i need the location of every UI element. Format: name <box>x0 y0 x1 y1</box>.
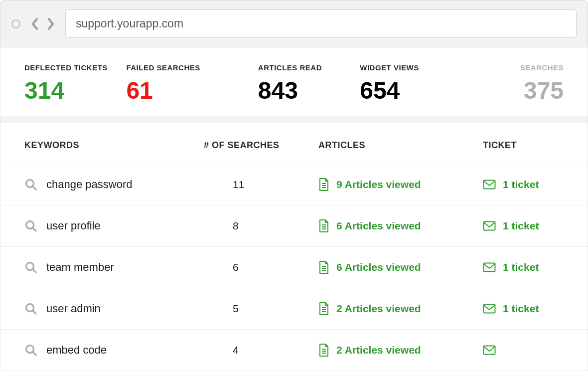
articles-cell[interactable]: 6 Articles viewed <box>318 261 483 274</box>
header-ticket: TICKET <box>483 140 564 151</box>
forward-button[interactable] <box>45 18 56 29</box>
keyword-cell: team member <box>24 261 204 274</box>
articles-text: 6 Articles viewed <box>336 261 421 273</box>
stats-bar: DEFLECTED TICKETS314FAILED SEARCHES61ART… <box>0 47 588 116</box>
document-icon <box>318 178 329 191</box>
stat-label: ARTICLES READ <box>258 63 360 72</box>
stat-value: 61 <box>126 79 228 103</box>
articles-text: 2 Articles viewed <box>336 303 421 315</box>
stat-label: WIDGET VIEWS <box>360 63 461 72</box>
stat-block[interactable]: ARTICLES READ843 <box>258 63 360 103</box>
searches-cell: 11 <box>204 179 318 191</box>
stat-label: DEFLECTED TICKETS <box>24 63 126 72</box>
keyword-text: embed code <box>46 344 107 357</box>
stat-label: FAILED SEARCHES <box>126 63 228 72</box>
stat-block[interactable]: SEARCHES375 <box>462 63 564 103</box>
svg-rect-5 <box>484 181 495 189</box>
table-body: change password119 Articles viewed1 tick… <box>0 164 588 371</box>
ticket-text: 1 ticket <box>503 303 539 315</box>
divider-strip <box>0 116 588 123</box>
stat-block[interactable]: DEFLECTED TICKETS314 <box>24 63 126 103</box>
back-button[interactable] <box>29 18 40 29</box>
header-keywords: KEYWORDS <box>24 140 204 151</box>
document-icon <box>318 219 329 232</box>
keywords-table: KEYWORDS # OF SEARCHES ARTICLES TICKET c… <box>0 123 588 371</box>
table-row[interactable]: team member66 Articles viewed1 ticket <box>0 247 588 288</box>
stat-label: SEARCHES <box>462 63 564 72</box>
keyword-text: change password <box>46 178 132 191</box>
keyword-cell: change password <box>24 178 204 191</box>
stat-value: 654 <box>360 79 461 103</box>
searches-cell: 6 <box>204 261 318 273</box>
ticket-cell[interactable] <box>483 345 564 355</box>
svg-line-1 <box>33 187 36 190</box>
ticket-text: 1 ticket <box>503 261 539 273</box>
mail-icon <box>483 262 496 272</box>
svg-rect-17 <box>484 263 495 272</box>
ticket-cell[interactable]: 1 ticket <box>483 220 564 232</box>
svg-line-13 <box>33 269 36 272</box>
ticket-cell[interactable]: 1 ticket <box>483 261 564 273</box>
stat-value: 314 <box>24 79 126 103</box>
ticket-text: 1 ticket <box>503 179 539 191</box>
table-row[interactable]: user admin52 Articles viewed1 ticket <box>0 288 588 330</box>
articles-text: 6 Articles viewed <box>336 220 421 232</box>
articles-text: 9 Articles viewed <box>336 179 421 191</box>
stat-value: 843 <box>258 79 360 103</box>
svg-line-7 <box>33 228 36 231</box>
table-row[interactable]: embed code42 Articles viewed <box>0 330 588 371</box>
search-icon <box>24 344 37 357</box>
search-icon <box>24 178 37 191</box>
keyword-text: user admin <box>46 302 101 315</box>
stat-block[interactable]: FAILED SEARCHES61 <box>126 63 228 103</box>
svg-rect-23 <box>484 305 495 313</box>
document-icon <box>318 302 329 315</box>
articles-cell[interactable]: 9 Articles viewed <box>318 178 483 191</box>
mail-icon <box>483 221 496 231</box>
search-icon <box>24 219 37 232</box>
svg-line-19 <box>33 311 36 314</box>
header-searches: # OF SEARCHES <box>204 140 318 151</box>
articles-cell[interactable]: 2 Articles viewed <box>318 302 483 315</box>
keyword-text: team member <box>46 261 114 274</box>
keyword-cell: embed code <box>24 344 204 357</box>
nav-arrows <box>29 18 56 29</box>
browser-chrome: support.yourapp.com <box>0 0 588 47</box>
searches-cell: 4 <box>204 344 318 356</box>
mail-icon <box>483 304 496 314</box>
address-bar[interactable]: support.yourapp.com <box>65 9 577 38</box>
searches-cell: 5 <box>204 303 318 315</box>
stat-block[interactable]: WIDGET VIEWS654 <box>360 63 461 103</box>
searches-cell: 8 <box>204 220 318 232</box>
table-row[interactable]: change password119 Articles viewed1 tick… <box>0 164 588 205</box>
svg-rect-11 <box>484 222 495 230</box>
ticket-cell[interactable]: 1 ticket <box>483 303 564 315</box>
ticket-text: 1 ticket <box>503 220 539 232</box>
table-header: KEYWORDS # OF SEARCHES ARTICLES TICKET <box>0 123 588 164</box>
ticket-cell[interactable]: 1 ticket <box>483 179 564 191</box>
window-control-dot[interactable] <box>11 19 20 28</box>
articles-cell[interactable]: 2 Articles viewed <box>318 344 483 357</box>
mail-icon <box>483 180 496 190</box>
header-articles: ARTICLES <box>318 140 483 151</box>
keyword-text: user profile <box>46 219 101 232</box>
keyword-cell: user admin <box>24 302 204 315</box>
stat-value: 375 <box>462 79 564 103</box>
keyword-cell: user profile <box>24 219 204 232</box>
search-icon <box>24 261 37 274</box>
search-icon <box>24 302 37 315</box>
mail-icon <box>483 345 496 355</box>
document-icon <box>318 261 329 274</box>
articles-cell[interactable]: 6 Articles viewed <box>318 219 483 232</box>
page-content: DEFLECTED TICKETS314FAILED SEARCHES61ART… <box>0 47 588 371</box>
table-row[interactable]: user profile86 Articles viewed1 ticket <box>0 205 588 247</box>
articles-text: 2 Articles viewed <box>336 344 421 356</box>
document-icon <box>318 344 329 357</box>
svg-line-25 <box>33 352 36 355</box>
svg-rect-29 <box>484 346 495 355</box>
